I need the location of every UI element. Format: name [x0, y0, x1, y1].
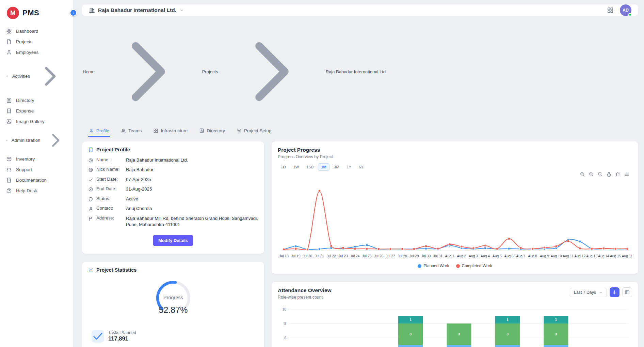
profile-field-nick-name: Nick Name:Raja Bahadur — [88, 167, 258, 173]
range-button-1m[interactable]: 1M — [318, 163, 329, 171]
administration-icon — [6, 137, 7, 143]
bar-chart-icon — [612, 290, 617, 295]
modify-details-button[interactable]: Modify Details — [153, 235, 193, 246]
user-avatar[interactable]: AD — [620, 4, 631, 16]
documentation-icon — [6, 177, 12, 183]
sidebar-item-documentation[interactable]: Documentation — [0, 175, 73, 185]
progress-chart-subtitle: Progress Overview by Project — [278, 154, 632, 159]
stat-tasks-planned: Tasks Planned117,891 — [92, 330, 258, 343]
breadcrumb-item-projects[interactable]: Projects — [202, 69, 218, 74]
sidebar-item-employees[interactable]: Employees — [0, 47, 73, 58]
sidebar-item-expense[interactable]: Expense — [0, 106, 73, 116]
svg-text:Aug 2: Aug 2 — [457, 254, 466, 258]
legend-label: Completed Work — [462, 263, 492, 268]
attendance-subtitle: Role-wise present count — [278, 295, 332, 300]
progress-chart-title: Project Progress — [278, 147, 632, 153]
range-button-1y[interactable]: 1Y — [344, 163, 355, 171]
profile-field-start-date: Start Date:07-Apr-2025 — [88, 177, 258, 183]
svg-text:Jul 29: Jul 29 — [409, 254, 419, 258]
tab-teams[interactable]: Teams — [120, 126, 142, 137]
range-button-5y[interactable]: 5Y — [356, 163, 367, 171]
range-button-15d[interactable]: 15D — [303, 163, 317, 171]
sidebar-item-label: Administration — [12, 138, 41, 143]
check-icon — [88, 177, 93, 182]
stat-value: 117,891 — [108, 335, 136, 342]
support-icon — [6, 167, 12, 172]
app-logo[interactable]: M PMS — [0, 5, 73, 26]
tab-label: Directory — [207, 128, 225, 133]
selection-zoom-icon-button[interactable] — [597, 171, 603, 177]
apps-grid-icon — [607, 7, 614, 14]
zoom-out-icon-button[interactable] — [589, 171, 594, 177]
table-view-toggle[interactable] — [622, 287, 632, 297]
flag-icon — [88, 216, 93, 221]
svg-text:Jul 20: Jul 20 — [303, 254, 312, 258]
home-icon — [615, 171, 621, 177]
chevron-down-icon — [599, 290, 603, 295]
svg-text:Aug 9: Aug 9 — [540, 254, 549, 258]
menu-icon-button[interactable] — [624, 171, 629, 177]
sidebar-menu: DashboardProjectsEmployeesActivitiesDire… — [0, 26, 73, 196]
progress-gauge: Progress52.87% — [144, 276, 203, 322]
sidebar-item-help-desk[interactable]: Help Desk — [0, 185, 73, 196]
sidebar-item-activities[interactable]: Activities — [0, 58, 73, 95]
svg-text:Aug 13: Aug 13 — [586, 254, 597, 258]
home-icon-button[interactable] — [615, 171, 621, 177]
tab-project-setup[interactable]: Project Setup — [236, 126, 272, 137]
svg-text:Aug 15: Aug 15 — [610, 254, 621, 258]
field-label: End Date: — [96, 186, 123, 191]
zoom-in-icon-button[interactable] — [580, 171, 585, 177]
infrastructure-tab-icon — [153, 128, 158, 133]
stats-list: Tasks Planned117,891Tasks Completed62,33… — [88, 330, 258, 347]
menu-icon — [624, 171, 629, 177]
bar-view-toggle[interactable] — [610, 287, 619, 297]
chevron-down-icon — [179, 8, 184, 13]
sidebar-item-label: Support — [16, 167, 32, 172]
range-button-3m[interactable]: 3M — [331, 163, 342, 171]
sidebar-item-inventory[interactable]: Inventory — [0, 154, 73, 164]
profile-card-title: Project Profile — [96, 147, 130, 152]
sidebar-item-image-gallery[interactable]: Image Gallery — [0, 116, 73, 127]
sidebar-item-support[interactable]: Support — [0, 164, 73, 175]
sidebar-item-label: Inventory — [16, 156, 35, 162]
chevron-right-icon — [97, 20, 199, 123]
date-range-select[interactable]: Last 7 Days — [570, 288, 607, 297]
attendance-chart[interactable]: 024681011116 August15 August233114 Augus… — [278, 304, 632, 347]
project-setup-icon — [237, 128, 242, 133]
progress-chart-legend: Planned WorkCompleted Work — [278, 263, 632, 268]
apps-grid-button[interactable] — [607, 7, 614, 14]
sidebar-item-projects[interactable]: Projects — [0, 36, 73, 47]
sidebar-item-administration[interactable]: Administration — [0, 127, 73, 154]
svg-text:Aug 5: Aug 5 — [493, 254, 502, 258]
sidebar-item-label: Help Desk — [16, 188, 37, 193]
sidebar-item-dashboard[interactable]: Dashboard — [0, 26, 73, 36]
svg-text:1: 1 — [506, 318, 509, 322]
project-progress-chart[interactable]: Jul 18Jul 19Jul 20Jul 21Jul 22Jul 23Jul … — [278, 178, 632, 262]
pan-icon-button[interactable] — [606, 171, 612, 177]
legend-swatch — [456, 264, 460, 268]
sidebar-item-directory[interactable]: Directory — [0, 95, 73, 106]
tab-directory[interactable]: Directory — [198, 126, 226, 137]
directory-tab-icon — [199, 128, 204, 133]
sidebar-item-label: Activities — [12, 74, 30, 79]
expense-icon — [6, 108, 12, 114]
profile-field-address: Address:Raja Bahadur Mill Rd, behind She… — [88, 215, 258, 228]
tab-profile[interactable]: Profile — [88, 126, 110, 137]
range-button-1d[interactable]: 1D — [278, 163, 289, 171]
stat-label: Tasks Planned — [108, 330, 136, 335]
logo-icon: M — [7, 7, 19, 19]
range-button-1w[interactable]: 1W — [290, 163, 302, 171]
svg-text:Jul 31: Jul 31 — [433, 254, 443, 258]
legend-item-completed-work[interactable]: Completed Work — [456, 263, 492, 268]
sidebar-collapse-button[interactable] — [70, 9, 77, 16]
tab-infrastructure[interactable]: Infrastructure — [152, 126, 188, 137]
company-selector[interactable]: Raja Bahadur International Ltd. — [89, 7, 184, 13]
svg-text:3: 3 — [555, 332, 557, 336]
profile-field-name: Name:Raja Bahadur International Ltd. — [88, 157, 258, 163]
tab-label: Teams — [128, 128, 142, 133]
breadcrumb-item-home[interactable]: Home — [83, 69, 95, 74]
chart-toolbar — [278, 171, 632, 177]
svg-text:1: 1 — [555, 318, 557, 322]
legend-item-planned-work[interactable]: Planned Work — [418, 263, 449, 268]
activities-icon — [6, 73, 8, 79]
